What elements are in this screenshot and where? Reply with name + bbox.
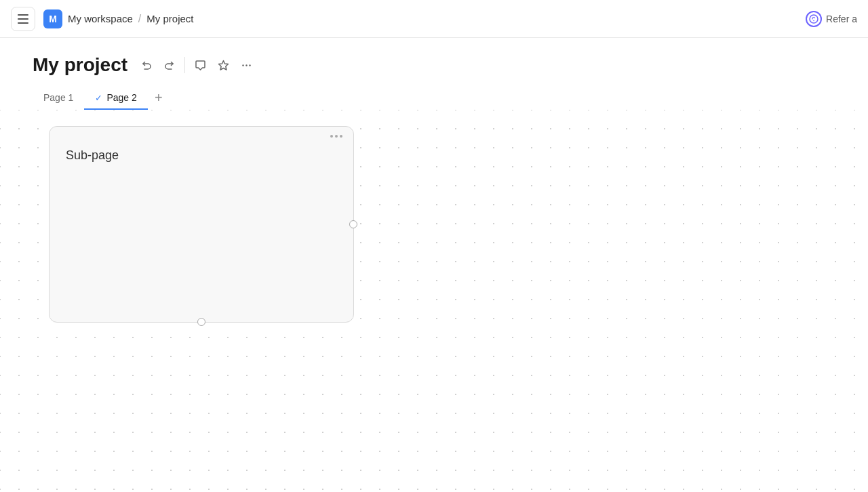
tab-page-1[interactable]: Page 1 — [33, 87, 84, 110]
star-button[interactable] — [212, 54, 234, 76]
breadcrumb-separator: / — [138, 13, 141, 25]
page-title: My project — [33, 54, 127, 76]
hamburger-button[interactable] — [11, 7, 35, 31]
dot-2 — [335, 135, 338, 138]
card-content: Sub-page — [50, 143, 353, 168]
comment-icon — [195, 60, 206, 71]
add-tab-button[interactable]: + — [148, 87, 170, 108]
workspace-avatar: M — [43, 9, 62, 28]
toolbar-actions — [136, 54, 257, 76]
toolbar-divider — [184, 57, 185, 73]
tab-page-2-label: Page 2 — [106, 92, 136, 103]
sub-page-title: Sub-page — [66, 148, 119, 162]
more-icon — [241, 60, 252, 71]
breadcrumb: My workspace / My project — [68, 13, 194, 25]
card-top-bar — [50, 127, 353, 143]
dot-1 — [330, 135, 333, 138]
dot-3 — [340, 135, 342, 138]
redo-icon — [164, 60, 175, 70]
main-content: My project — [0, 38, 868, 492]
nav-right: Refer a — [806, 11, 857, 27]
top-nav: M My workspace / My project Refer a — [0, 0, 868, 38]
breadcrumb-workspace[interactable]: My workspace — [68, 13, 133, 24]
svg-point-0 — [810, 15, 818, 23]
tab-page-2[interactable]: ✓ Page 2 — [84, 87, 147, 110]
comment-button[interactable] — [189, 54, 211, 76]
svg-marker-2 — [218, 60, 228, 70]
card-options-button[interactable] — [328, 134, 345, 139]
hamburger-icon — [18, 14, 28, 24]
svg-point-4 — [245, 64, 247, 66]
resize-handle-bottom[interactable] — [197, 318, 205, 326]
refer-icon — [806, 11, 822, 27]
svg-point-3 — [242, 64, 243, 66]
tab-page-1-label: Page 1 — [43, 92, 73, 103]
refer-text: Refer a — [826, 14, 857, 24]
refer-button[interactable]: Refer a — [806, 11, 857, 27]
star-icon — [218, 60, 229, 71]
page-header: My project — [0, 38, 868, 76]
tab-check-icon: ✓ — [95, 93, 102, 103]
sub-page-card[interactable]: Sub-page — [49, 126, 354, 323]
breadcrumb-project[interactable]: My project — [146, 13, 193, 24]
tabs-bar: Page 1 ✓ Page 2 + — [0, 76, 868, 110]
resize-handle-right[interactable] — [349, 220, 357, 228]
redo-button[interactable] — [159, 54, 180, 76]
more-button[interactable] — [235, 54, 257, 76]
svg-point-5 — [249, 64, 250, 66]
canvas-area[interactable]: Sub-page — [0, 110, 868, 492]
undo-button[interactable] — [136, 54, 157, 76]
undo-icon — [141, 60, 152, 70]
svg-point-1 — [813, 20, 814, 21]
